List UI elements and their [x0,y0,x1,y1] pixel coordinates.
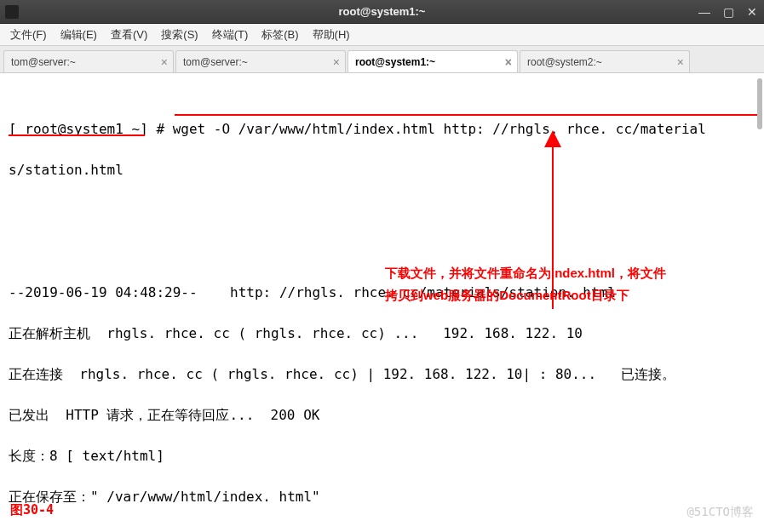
terminal-content[interactable]: [ root@system1 ~] # wget -O /var/www/htm… [0,73,764,528]
terminal-line: 已发出 HTTP 请求，正在等待回应... 200 OK [9,405,755,426]
tab-label: tom@server:~ [11,56,76,68]
menu-help[interactable]: 帮助(H) [307,26,355,44]
figure-label: 图30-4 [10,501,54,520]
close-icon[interactable]: × [505,55,512,69]
minimize-button[interactable]: — [692,1,716,23]
red-underline-annotation [9,134,145,136]
terminal-line: 正在解析主机 rhgls. rhce. cc ( rhgls. rhce. cc… [9,323,755,344]
annotation-text: 下载文件，并将文件重命名为index.html，将文件 拷贝到web服务器的Do… [385,262,760,306]
close-icon[interactable]: × [677,55,684,69]
close-icon[interactable]: × [333,55,340,69]
tab-root-system2[interactable]: root@system2:~ × [520,50,690,72]
tab-tom-server-2[interactable]: tom@server:~ × [175,50,346,72]
menu-file[interactable]: 文件(F) [5,26,52,44]
terminal-line: 长度：8 [ text/html] [9,446,755,466]
watermark: @51CTO博客 [686,503,754,521]
maximize-button[interactable]: ▢ [716,1,740,23]
scrollbar-thumb[interactable] [757,78,762,129]
close-icon[interactable]: × [161,55,168,69]
menu-view[interactable]: 查看(V) [106,26,152,44]
menu-terminal[interactable]: 终端(T) [207,26,254,44]
terminal-line: 正在连接 rhgls. rhce. cc ( rhgls. rhce. cc) … [9,364,755,385]
close-button[interactable]: ✕ [740,1,764,23]
menu-tab[interactable]: 标签(B) [256,26,303,44]
tab-label: root@system2:~ [527,56,602,68]
tab-tom-server-1[interactable]: tom@server:~ × [3,50,174,72]
terminal-line: 正在保存至：" /var/www/html/index. html" [9,487,755,507]
tab-label: tom@server:~ [183,56,248,68]
tab-root-system1[interactable]: root@system1:~ × [348,50,518,72]
annotation-line2: 拷贝到web服务器的DocumentRoot目录下 [385,284,760,306]
menu-bar: 文件(F) 编辑(E) 查看(V) 搜索(S) 终端(T) 标签(B) 帮助(H… [0,24,764,46]
menu-edit[interactable]: 编辑(E) [55,26,102,44]
tab-label: root@system1:~ [355,56,435,68]
terminal-line: s/station.html [9,160,755,180]
menu-search[interactable]: 搜索(S) [156,26,203,44]
tab-bar: tom@server:~ × tom@server:~ × root@syste… [0,46,764,73]
window-title: root@system1:~ [0,5,764,18]
red-underline-annotation [175,114,762,116]
annotation-line1: 下载文件，并将文件重命名为index.html，将文件 [385,262,760,284]
terminal-line: [ root@system1 ~] # wget -O /var/www/htm… [9,119,755,140]
